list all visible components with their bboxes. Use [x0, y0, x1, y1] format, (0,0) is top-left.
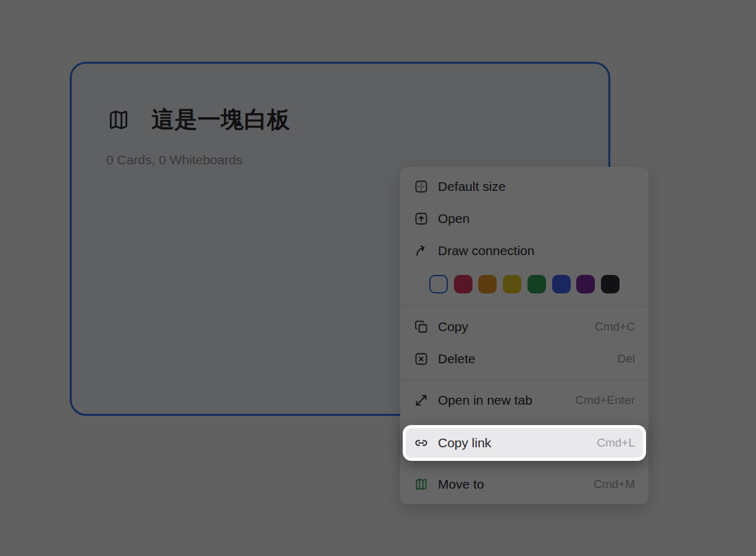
card-subtitle: 0 Cards, 0 Whiteboards	[106, 153, 574, 167]
move-to-map-icon	[414, 477, 429, 492]
copy-icon	[414, 319, 429, 334]
menu-item-open-in-new-tab[interactable]: Open in new tab Cmd+Enter	[400, 384, 649, 416]
menu-item-label: Open	[438, 211, 469, 226]
menu-item-copy[interactable]: Copy Cmd+C	[400, 311, 649, 343]
menu-item-label: Default size	[438, 179, 506, 194]
draw-connection-icon	[414, 243, 429, 258]
menu-item-delete[interactable]: Delete Del	[400, 343, 649, 375]
color-swatch-yellow[interactable]	[503, 275, 521, 293]
menu-item-label: Copy	[438, 319, 468, 334]
menu-item-label: Draw connection	[438, 243, 534, 258]
card-title: 這是一塊白板	[151, 104, 290, 135]
context-menu: Default size Open Draw connection	[400, 167, 649, 504]
open-in-new-tab-icon	[414, 393, 429, 408]
color-swatch-orange[interactable]	[478, 275, 497, 293]
menu-item-shortcut: Cmd+M	[594, 478, 635, 491]
whiteboard-canvas[interactable]: 這是一塊白板 0 Cards, 0 Whiteboards Default si…	[0, 0, 756, 556]
open-icon	[414, 211, 429, 226]
menu-item-shortcut: Cmd+Enter	[575, 394, 635, 407]
menu-item-copy-link[interactable]: Copy link Cmd+L	[403, 425, 646, 461]
delete-icon	[414, 352, 429, 366]
copy-link-icon	[414, 436, 429, 450]
menu-item-label: Delete	[438, 352, 476, 366]
menu-item-shortcut: Cmd+C	[595, 320, 635, 334]
color-swatch-green[interactable]	[527, 275, 546, 293]
color-swatch-red[interactable]	[454, 275, 472, 293]
color-swatch-blue[interactable]	[552, 275, 571, 293]
menu-item-default-size[interactable]: Default size	[400, 171, 649, 203]
color-swatch-black[interactable]	[601, 275, 620, 293]
menu-separator	[400, 306, 649, 306]
map-icon	[106, 107, 131, 132]
menu-item-shortcut: Del	[617, 352, 635, 366]
color-swatch-row	[400, 267, 649, 301]
menu-item-open[interactable]: Open	[400, 203, 649, 235]
menu-item-move-to[interactable]: Move to Cmd+M	[400, 468, 649, 500]
color-swatch-purple[interactable]	[576, 275, 595, 293]
menu-item-label: Open in new tab	[438, 393, 532, 408]
menu-separator	[400, 379, 649, 380]
menu-item-draw-connection[interactable]: Draw connection	[400, 235, 649, 267]
color-swatch-white[interactable]	[429, 275, 448, 293]
menu-item-label: Move to	[438, 477, 484, 492]
menu-item-shortcut: Cmd+L	[597, 436, 635, 450]
menu-item-label: Copy link	[438, 436, 491, 450]
default-size-icon	[414, 179, 429, 194]
